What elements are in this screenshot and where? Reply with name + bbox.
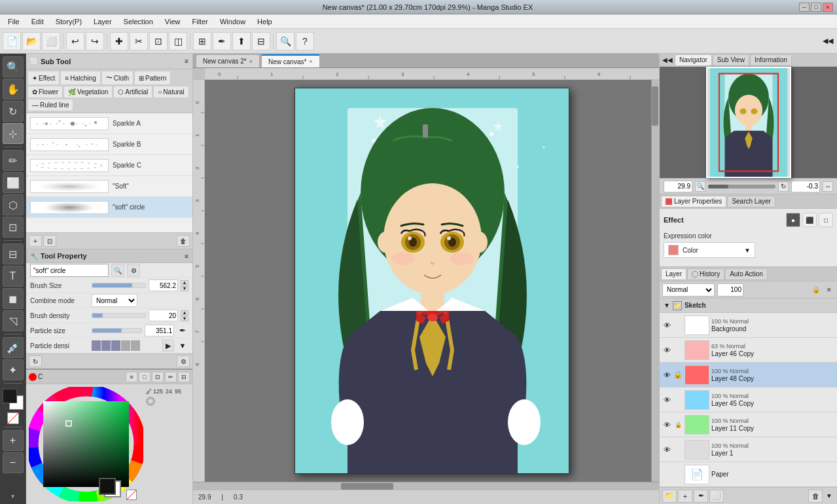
layer-tab-autoaction[interactable]: Auto Action — [725, 268, 768, 280]
tool-fill[interactable]: ⊡ — [3, 217, 24, 238]
nav-flip-icon[interactable]: ↔ — [823, 181, 833, 192]
effect-icon-circle[interactable]: ● — [786, 213, 800, 227]
layer-new-vector-btn[interactable]: ✒ — [694, 490, 708, 503]
toolbar-ruler[interactable]: ◫ — [169, 32, 187, 50]
tool-transparent[interactable] — [7, 412, 19, 424]
eye-icon-background[interactable]: 👁 — [662, 321, 671, 330]
subtool-tab-effect[interactable]: ✦ Effect — [27, 71, 60, 85]
layer-new-folder-btn[interactable]: 📁 — [662, 490, 677, 503]
subtool-tab-natural[interactable]: ○ Natural — [153, 86, 188, 98]
canvas-vscroll-thumb[interactable] — [652, 86, 658, 126]
brush-density-down[interactable]: ▼ — [181, 316, 188, 321]
tool-zoom-out[interactable]: − — [3, 452, 24, 473]
nav-panel-expand[interactable]: ◀◀ — [661, 54, 674, 66]
canvas-tab-1[interactable]: New canvas 2* × — [196, 54, 260, 67]
lock-48copy[interactable]: 🔒 — [673, 370, 683, 380]
layer-panel-expand[interactable]: ▼ — [824, 490, 834, 503]
tool-layer[interactable]: ◼ — [3, 288, 24, 309]
tool-search-btn[interactable]: 🔍 — [111, 264, 124, 277]
particle-size-input[interactable] — [145, 325, 174, 336]
combine-mode-select[interactable]: Normal — [92, 294, 137, 307]
layer-item-1[interactable]: 👁 100 % Normal Layer 1 — [660, 437, 837, 462]
particle-density-bars[interactable] — [92, 340, 160, 351]
tool-select[interactable]: ⊹ — [3, 123, 24, 144]
toolbar-canvas-size[interactable]: ⊟ — [252, 32, 270, 50]
color-header-btn4[interactable]: ✏ — [165, 372, 177, 382]
brush-copy-btn[interactable]: ⊡ — [43, 235, 56, 247]
lock-11copy[interactable]: 🔒 — [673, 420, 683, 429]
menu-help[interactable]: Help — [252, 16, 277, 27]
canvas-content[interactable] — [205, 80, 659, 482]
canvas-hscroll[interactable] — [193, 482, 659, 490]
canvas-tab-2-close[interactable]: × — [309, 58, 312, 65]
layer-new-frame-btn[interactable]: ⬜ — [709, 490, 724, 503]
menu-story[interactable]: Story(P) — [50, 16, 87, 27]
fg-color-chip[interactable] — [99, 478, 116, 495]
nav-tab-info[interactable]: Information — [750, 54, 792, 66]
toolbar-zoom[interactable]: 🔍 — [276, 32, 294, 50]
menu-window[interactable]: Window — [215, 16, 251, 27]
toolprop-settings-btn[interactable]: ⚙ — [177, 355, 190, 367]
brush-sparkle-b[interactable]: Sparkle B — [26, 134, 192, 155]
brush-density-slider[interactable] — [92, 313, 146, 318]
color-header-btn1[interactable]: ≡ — [126, 372, 137, 382]
tool-shapes[interactable]: ◹ — [3, 310, 24, 331]
subtool-tab-artificial[interactable]: ⬡ Artificial — [113, 86, 152, 98]
eye-icon-11copy[interactable]: 👁 — [662, 420, 671, 429]
toolbar-transform[interactable]: ⊡ — [149, 32, 168, 50]
canvas-tab-2[interactable]: New canvas* × — [261, 54, 320, 67]
tool-zoom-in[interactable]: + — [3, 430, 24, 451]
color-wheel-container[interactable] — [29, 387, 143, 501]
subtool-menu[interactable]: ≡ — [185, 58, 188, 65]
brush-size-spinners[interactable]: ▲ ▼ — [181, 280, 188, 291]
toolbar-grid[interactable]: ⊞ — [193, 32, 211, 50]
toolprop-refresh-btn[interactable]: ↻ — [29, 355, 42, 367]
color-header-c[interactable]: C — [38, 373, 43, 380]
particle-size-pen-icon[interactable]: ✒ — [177, 325, 188, 336]
layer-tab-layer[interactable]: Layer — [661, 268, 686, 280]
nav-zoom-input[interactable] — [664, 181, 692, 192]
subtool-tab-flower[interactable]: ✿ Flower — [27, 86, 63, 98]
tool-gradient[interactable]: ⊟ — [3, 243, 24, 264]
eye-icon-46copy[interactable]: 👁 — [662, 346, 671, 355]
canvas-hscroll-thumb[interactable] — [341, 483, 393, 490]
subtool-tab-pattern[interactable]: ⊞ Pattern — [134, 71, 171, 85]
nav-rotation-icon[interactable]: ↻ — [778, 181, 789, 192]
toolbar-help[interactable]: ? — [296, 32, 314, 50]
layer-item-background[interactable]: 👁 100 % Normal Background — [660, 313, 837, 338]
brush-sparkle-a[interactable]: Sparkle A — [26, 113, 192, 134]
toolbar-new[interactable]: 📄 — [3, 32, 21, 50]
layerprop-tab-search[interactable]: Search Layer — [727, 196, 775, 207]
toolbar-select-all[interactable]: ✚ — [110, 32, 128, 50]
tool-text[interactable]: T — [3, 266, 24, 287]
menu-edit[interactable]: Edit — [26, 16, 49, 27]
brush-sparkle-c[interactable]: Sparkle C — [26, 155, 192, 176]
tool-name-input[interactable] — [30, 264, 109, 277]
toolbar-collapse[interactable]: ◀◀ — [821, 35, 834, 48]
toolbar-open[interactable]: 📂 — [22, 32, 41, 50]
menu-selection[interactable]: Selection — [118, 16, 158, 27]
toolbar-cut[interactable]: ✂ — [130, 32, 148, 50]
layer-tab-history[interactable]: History — [687, 268, 724, 280]
canvas-vscroll[interactable] — [651, 80, 659, 482]
toolbar-undo[interactable]: ↩ — [66, 32, 84, 50]
eye-icon-45copy[interactable]: 👁 — [662, 395, 671, 405]
particle-density-expand[interactable]: ▼ — [177, 340, 188, 351]
toolbar-pen[interactable]: ✒ — [213, 32, 231, 50]
menu-layer[interactable]: Layer — [88, 16, 117, 27]
toolbox-expand[interactable]: ▼ — [7, 491, 20, 501]
tool-pen[interactable]: ✏ — [3, 150, 24, 171]
color-header-btn5[interactable]: ⊟ — [178, 372, 190, 382]
tool-eraser[interactable]: ⬡ — [3, 194, 24, 215]
tool-special[interactable]: ✦ — [3, 359, 24, 380]
layer-new-raster-btn[interactable]: + — [678, 490, 692, 503]
maximize-button[interactable]: □ — [811, 3, 821, 12]
transparent-chip[interactable] — [126, 490, 137, 500]
eye-icon-1[interactable]: 👁 — [662, 445, 671, 454]
color-header-btn3[interactable]: ⊡ — [152, 372, 164, 382]
brush-size-input[interactable] — [149, 279, 178, 291]
brush-size-up[interactable]: ▲ — [181, 280, 188, 285]
layer-lock-icon[interactable]: 🔒 — [811, 285, 821, 295]
brush-size-slider[interactable] — [92, 283, 146, 288]
brush-density-spinners[interactable]: ▲ ▼ — [181, 310, 188, 321]
